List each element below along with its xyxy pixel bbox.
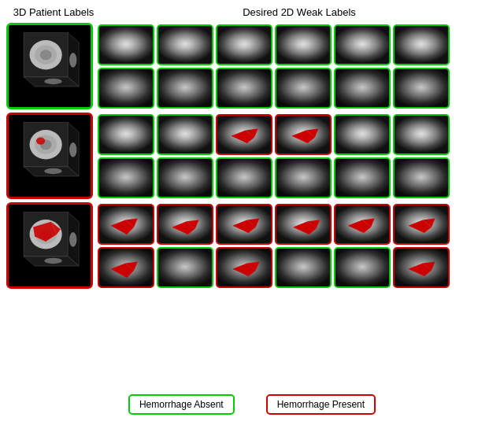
slices-grid-1 bbox=[98, 24, 498, 109]
svg-point-16 bbox=[44, 168, 61, 174]
slice-cell-hemorrhage bbox=[334, 204, 391, 245]
slice-cell bbox=[157, 24, 213, 65]
content-rows bbox=[6, 23, 498, 385]
svg-point-29 bbox=[69, 232, 76, 247]
slices-grid-3 bbox=[98, 204, 498, 288]
svg-point-3 bbox=[40, 50, 52, 60]
slice-cell bbox=[98, 24, 154, 65]
main-container: 3D Patient Labels Desired 2D Weak Labels bbox=[0, 0, 504, 421]
slice-cell-hemorrhage bbox=[393, 204, 450, 245]
slice-cell bbox=[216, 24, 272, 65]
slice-cell bbox=[393, 114, 450, 155]
patient-row-3 bbox=[6, 202, 498, 289]
slices-row-1-top bbox=[98, 24, 498, 65]
slice-cell bbox=[275, 247, 332, 288]
slice-cell-hemorrhage bbox=[216, 247, 272, 288]
slice-cell bbox=[393, 157, 450, 198]
header-row: 3D Patient Labels Desired 2D Weak Labels bbox=[6, 6, 498, 20]
slices-row-3-bottom bbox=[98, 247, 498, 288]
slice-cell bbox=[157, 68, 213, 109]
svg-point-30 bbox=[44, 258, 61, 264]
slices-grid-2 bbox=[98, 114, 498, 198]
legend-row: Hemorrhage Absent Hemorrhage Present bbox=[6, 391, 498, 415]
cube-3d-3 bbox=[9, 205, 91, 286]
slice-cell bbox=[393, 24, 450, 65]
slice-cell bbox=[216, 68, 272, 109]
slice-cell-hemorrhage bbox=[98, 204, 154, 245]
slice-cell-hemorrhage bbox=[275, 204, 332, 245]
slices-row-2-top bbox=[98, 114, 498, 155]
slice-cell bbox=[275, 68, 332, 109]
legend-absent-label: Hemorrhage Absent bbox=[139, 399, 224, 410]
slice-cell bbox=[334, 68, 391, 109]
slice-cell-hemorrhage bbox=[98, 247, 154, 288]
svg-point-6 bbox=[69, 53, 76, 68]
slices-row-2-bottom bbox=[98, 157, 498, 198]
slices-row-1-bottom bbox=[98, 68, 498, 109]
label-3d: 3D Patient Labels bbox=[6, 6, 101, 20]
slice-cell bbox=[157, 114, 213, 155]
svg-point-12 bbox=[36, 138, 45, 145]
slice-cell-hemorrhage bbox=[216, 204, 272, 245]
cube-3d-2 bbox=[9, 115, 91, 197]
cube-3d-1 bbox=[9, 25, 91, 107]
patient-3d-1 bbox=[6, 23, 93, 109]
legend-present-label: Hemorrhage Present bbox=[277, 399, 365, 410]
slice-cell-hemorrhage bbox=[275, 114, 332, 155]
slice-cell bbox=[334, 247, 391, 288]
slice-cell bbox=[157, 247, 213, 288]
slice-cell-hemorrhage bbox=[216, 114, 272, 155]
svg-point-15 bbox=[69, 142, 76, 157]
slice-cell bbox=[334, 114, 391, 155]
svg-point-7 bbox=[44, 79, 61, 84]
slice-cell-hemorrhage bbox=[157, 204, 213, 245]
slices-row-3-top bbox=[98, 204, 498, 245]
patient-row-2 bbox=[6, 113, 498, 199]
patient-row-1 bbox=[6, 23, 498, 109]
slice-cell-hemorrhage bbox=[393, 247, 450, 288]
slice-cell bbox=[98, 114, 154, 155]
label-2d: Desired 2D Weak Labels bbox=[101, 6, 498, 20]
legend-present: Hemorrhage Present bbox=[266, 394, 376, 415]
slice-cell bbox=[98, 68, 154, 109]
slice-cell bbox=[334, 157, 391, 198]
slice-cell bbox=[275, 157, 332, 198]
patient-3d-2 bbox=[6, 113, 93, 199]
slice-cell bbox=[157, 157, 213, 198]
legend-absent: Hemorrhage Absent bbox=[128, 394, 235, 415]
slice-cell bbox=[98, 157, 154, 198]
slice-cell bbox=[393, 68, 450, 109]
slice-cell bbox=[216, 157, 272, 198]
slice-cell bbox=[334, 24, 391, 65]
slice-cell bbox=[275, 24, 332, 65]
patient-3d-3 bbox=[6, 202, 93, 289]
